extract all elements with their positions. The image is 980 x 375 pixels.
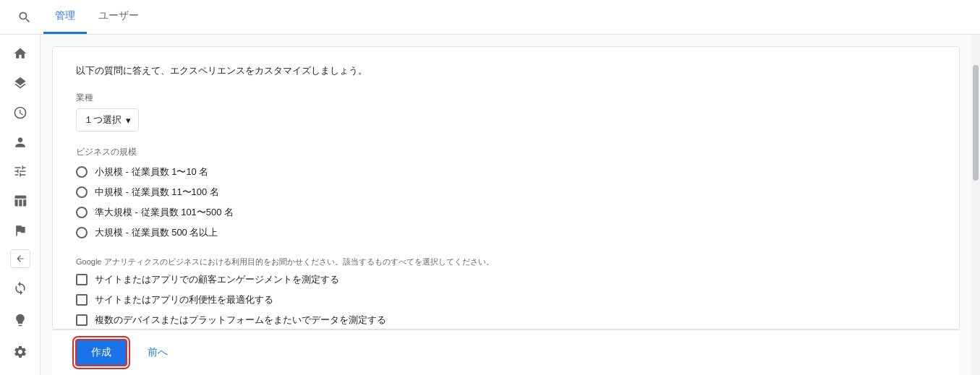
industry-label: 業種 <box>76 92 936 104</box>
home-icon[interactable] <box>6 40 35 67</box>
business-size-group: 小規模 - 従業員数 1〜10 名 中規模 - 従業員数 11〜100 名 準大… <box>76 165 936 239</box>
checkbox-item-1[interactable]: サイトまたはアプリの利便性を最適化する <box>76 293 936 306</box>
tab-user[interactable]: ユーザー <box>87 0 150 34</box>
radio-label-large: 大規模 - 従業員数 500 名以上 <box>95 226 218 239</box>
goals-group: サイトまたはアプリでの顧客エンゲージメントを測定する サイトまたはアプリの利便性… <box>76 273 936 329</box>
main-layout: 以下の質問に答えて、エクスペリエンスをカスタマイズしましょう。 業種 １つ選択 … <box>0 35 980 375</box>
radio-item-small[interactable]: 小規模 - 従業員数 1〜10 名 <box>76 165 936 178</box>
nav-tabs: 管理 ユーザー <box>43 0 150 34</box>
goals-description: Google アナリティクスのビジネスにおける利用目的をお聞かせください。該当す… <box>76 257 936 267</box>
bulb-icon[interactable] <box>6 306 35 335</box>
person-icon[interactable] <box>6 129 35 155</box>
checkbox-item-2[interactable]: 複数のデバイスまたはプラットフォームをまたいでデータを測定する <box>76 314 936 327</box>
tab-kanri[interactable]: 管理 <box>43 0 87 34</box>
content-wrapper: 以下の質問に答えて、エクスペリエンスをカスタマイズしましょう。 業種 １つ選択 … <box>41 35 980 375</box>
checkbox-label-1: サイトまたはアプリの利便性を最適化する <box>95 293 273 306</box>
sidebar-bottom <box>6 274 35 375</box>
table-icon[interactable] <box>6 188 35 215</box>
form-intro: 以下の質問に答えて、エクスペリエンスをカスタマイズしましょう。 <box>76 64 936 77</box>
industry-dropdown[interactable]: １つ選択 ▾ <box>76 108 139 132</box>
form-panel: 以下の質問に答えて、エクスペリエンスをカスタマイズしましょう。 業種 １つ選択 … <box>52 46 960 329</box>
flag-icon[interactable] <box>6 217 35 243</box>
sync-icon[interactable] <box>6 274 35 303</box>
radio-label-medium: 中規模 - 従業員数 11〜100 名 <box>95 186 219 199</box>
radio-label-semi-large: 準大規模 - 従業員数 101〜500 名 <box>95 206 234 219</box>
radio-item-medium[interactable]: 中規模 - 従業員数 11〜100 名 <box>76 186 936 199</box>
checkbox-item-0[interactable]: サイトまたはアプリでの顧客エンゲージメントを測定する <box>76 273 936 286</box>
checkbox-label-2: 複数のデバイスまたはプラットフォームをまたいでデータを測定する <box>95 314 386 327</box>
create-button[interactable]: 作成 <box>75 339 127 366</box>
tune-icon[interactable] <box>6 158 35 185</box>
checkbox-label-0: サイトまたはアプリでの顧客エンゲージメントを測定する <box>95 273 339 286</box>
vertical-scrollbar[interactable] <box>971 35 980 375</box>
layers-icon[interactable] <box>6 70 35 97</box>
content-scroll: 以下の質問に答えて、エクスペリエンスをカスタマイズしましょう。 業種 １つ選択 … <box>41 35 971 375</box>
radio-large[interactable] <box>76 227 88 238</box>
checkbox-1[interactable] <box>76 294 88 306</box>
radio-semi-large[interactable] <box>76 207 88 218</box>
radio-medium[interactable] <box>76 186 88 198</box>
checkbox-2[interactable] <box>76 314 88 326</box>
checkbox-0[interactable] <box>76 274 88 285</box>
radio-small[interactable] <box>76 166 88 178</box>
radio-item-large[interactable]: 大規模 - 従業員数 500 名以上 <box>76 226 936 239</box>
chevron-down-icon: ▾ <box>126 115 131 126</box>
sidebar <box>0 35 41 375</box>
radio-item-semi-large[interactable]: 準大規模 - 従業員数 101〜500 名 <box>76 206 936 219</box>
gear-icon[interactable] <box>6 337 35 366</box>
action-bar: 作成 前へ <box>52 329 960 375</box>
clock-icon[interactable] <box>6 99 35 126</box>
radio-label-small: 小規模 - 従業員数 1〜10 名 <box>95 165 208 178</box>
business-size-title: ビジネスの規模 <box>76 146 936 158</box>
back-nav-button[interactable]: 前へ <box>136 340 179 365</box>
search-button[interactable] <box>12 4 38 30</box>
back-button[interactable] <box>10 249 30 268</box>
scrollbar-thumb[interactable] <box>973 65 979 181</box>
industry-value: １つ選択 <box>84 113 122 126</box>
top-nav: 管理 ユーザー <box>0 0 980 35</box>
